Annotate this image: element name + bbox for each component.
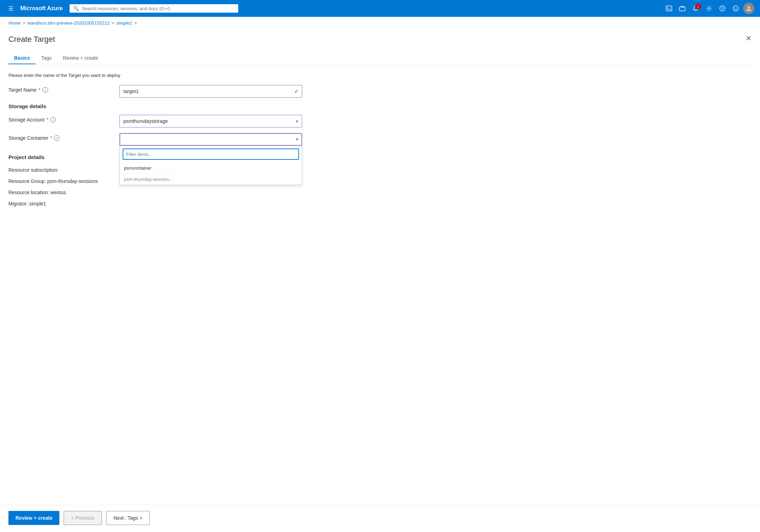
storage-container-info-icon[interactable]: i — [54, 135, 60, 141]
search-input[interactable] — [82, 6, 235, 11]
svg-text:?: ? — [721, 7, 724, 11]
cloud-shell-button[interactable] — [676, 3, 688, 14]
cloud-upload-icon — [679, 5, 686, 12]
svg-point-4 — [708, 8, 710, 9]
notifications-button[interactable]: 1 — [690, 3, 702, 14]
filter-input[interactable] — [123, 149, 299, 160]
breadcrumb-home[interactable]: Home — [8, 20, 21, 26]
storage-account-label-col: Storage Account * i — [8, 115, 114, 123]
tab-tags[interactable]: Tags — [35, 52, 57, 64]
breadcrumb-sep-3: > — [134, 20, 137, 26]
dropdown-filter-wrapper — [120, 146, 302, 163]
resource-group-label: Resource Group: — [8, 178, 46, 184]
hamburger-menu-button[interactable]: ☰ — [6, 3, 16, 14]
target-name-input-col: ✓ — [119, 85, 302, 98]
storage-container-label: Storage Container — [8, 135, 48, 141]
page-title: Create Target — [8, 35, 752, 44]
svg-point-7 — [733, 6, 739, 11]
user-icon — [746, 5, 752, 12]
migrator-row: Migrator: simple1 — [8, 199, 752, 206]
target-name-check-icon: ✓ — [294, 88, 299, 95]
storage-account-input[interactable] — [119, 115, 302, 127]
storage-container-input-wrapper: ∨ — [119, 133, 302, 146]
svg-point-10 — [747, 6, 750, 9]
target-name-input-wrapper: ✓ — [119, 85, 302, 98]
storage-account-input-col: ∨ — [119, 115, 302, 127]
form-description: Please enter the name of the Target you … — [8, 73, 752, 78]
svg-point-8 — [735, 8, 735, 8]
dropdown-item-psmcontainer[interactable]: psmcontainer — [120, 163, 302, 173]
terminal-button[interactable] — [663, 3, 675, 14]
help-icon: ? — [719, 5, 726, 12]
bottom-bar: Review + create < Previous Next : Tags > — [0, 505, 760, 531]
feedback-button[interactable] — [730, 3, 742, 14]
tab-review-create[interactable]: Review + create — [57, 52, 104, 64]
settings-button[interactable] — [703, 3, 715, 14]
help-button[interactable]: ? — [716, 3, 728, 14]
storage-container-required: * — [51, 136, 52, 140]
hamburger-icon: ☰ — [8, 5, 13, 12]
breadcrumb-resource-group[interactable]: wandisco.ldm-preview-20201005155212 — [27, 20, 109, 26]
target-name-input[interactable] — [119, 85, 302, 98]
storage-account-required: * — [47, 117, 48, 122]
storage-container-chevron-icon[interactable]: ∨ — [295, 137, 299, 142]
resource-subscription-label: Resource subscription: — [8, 167, 58, 173]
tab-basics[interactable]: Basics — [8, 52, 35, 64]
search-box: 🔍 — [70, 4, 238, 13]
storage-account-info-icon[interactable]: i — [50, 117, 56, 123]
breadcrumb: Home > wandisco.ldm-preview-202010051552… — [0, 17, 760, 29]
nav-icons: 1 ? — [663, 3, 754, 14]
tabs-container: Basics Tags Review + create — [8, 52, 752, 64]
search-icon: 🔍 — [73, 6, 79, 11]
storage-details-heading: Storage details — [8, 103, 752, 109]
breadcrumb-sep-1: > — [23, 20, 26, 26]
target-name-label: Target Name — [8, 87, 37, 93]
target-name-info-icon[interactable]: i — [43, 87, 48, 93]
main-content: Create Target ✕ Basics Tags Review + cre… — [0, 29, 760, 505]
storage-container-input-col: ∨ psmcontainer psm-thursday-session... — [119, 133, 302, 146]
resource-location-label: Resource location: — [8, 190, 49, 195]
storage-container-input[interactable] — [119, 133, 302, 146]
close-button[interactable]: ✕ — [746, 35, 752, 42]
storage-account-chevron-icon[interactable]: ∨ — [295, 119, 299, 124]
storage-account-label: Storage Account — [8, 117, 45, 123]
migrator-label: Migrator: — [8, 201, 28, 206]
resource-location-row: Resource location: westus — [8, 188, 752, 195]
terminal-icon — [666, 5, 672, 12]
avatar[interactable] — [743, 3, 754, 14]
dropdown-item-partial[interactable]: psm-thursday-session... — [120, 173, 302, 185]
storage-account-input-wrapper: ∨ — [119, 115, 302, 127]
breadcrumb-resource[interactable]: simple1 — [116, 20, 132, 26]
target-name-label-col: Target Name * i — [8, 85, 114, 93]
storage-container-row: Storage Container * i ∨ psmcontainer psm… — [8, 133, 752, 146]
settings-icon — [706, 5, 712, 12]
smile-icon — [733, 5, 739, 12]
previous-button[interactable]: < Previous — [64, 511, 102, 525]
storage-container-dropdown: psmcontainer psm-thursday-session... — [119, 146, 302, 185]
next-button[interactable]: Next : Tags > — [106, 511, 150, 525]
target-name-required: * — [39, 87, 40, 92]
notification-badge: 1 — [695, 4, 701, 9]
storage-account-row: Storage Account * i ∨ — [8, 115, 752, 127]
svg-point-9 — [736, 8, 737, 8]
brand-name: Microsoft Azure — [20, 5, 63, 12]
breadcrumb-sep-2: > — [112, 20, 115, 26]
target-name-row: Target Name * i ✓ — [8, 85, 752, 98]
review-create-button[interactable]: Review + create — [8, 511, 59, 525]
top-navigation: ☰ Microsoft Azure 🔍 1 — [0, 0, 760, 17]
storage-container-label-col: Storage Container * i — [8, 133, 114, 141]
